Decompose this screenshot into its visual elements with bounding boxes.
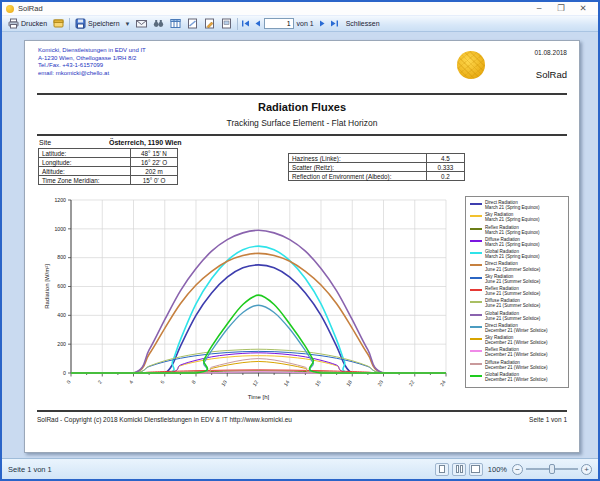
legend-color-line	[470, 375, 482, 377]
svg-text:16: 16	[314, 379, 322, 387]
svg-text:1000: 1000	[54, 226, 66, 232]
atmosphere-params-table: Haziness (Linke):4.5Scatter (Reitz):0.33…	[288, 153, 465, 181]
email-button[interactable]	[133, 17, 150, 30]
table-row: Haziness (Linke):4.5	[289, 154, 465, 163]
svg-text:0: 0	[63, 370, 66, 376]
preview-area[interactable]: Komicki, Dienstleistungen in EDV und ITA…	[2, 32, 598, 458]
table-row: Scatter (Reitz):0.333	[289, 163, 465, 172]
report-subtitle: Tracking Surface Element - Flat Horizon	[25, 118, 579, 128]
svg-text:24: 24	[439, 379, 447, 387]
page-width-view-icon[interactable]	[469, 463, 483, 476]
legend-item: Diffuse RadiationMarch 21 (Spring Equino…	[470, 237, 566, 247]
legend-label: Sky RadiationJune 21 (Summer Solstice)	[485, 274, 540, 284]
legend-item: Direct RadiationJune 21 (Summer Solstice…	[470, 261, 566, 271]
svg-text:22: 22	[407, 379, 415, 387]
legend-label: Global RadiationMarch 21 (Spring Equinox…	[485, 249, 540, 259]
legend-label: Diffuse RadiationMarch 21 (Spring Equino…	[485, 237, 540, 247]
zoom-percent-label: 100%	[488, 465, 507, 474]
legend-color-line	[470, 363, 482, 365]
status-bar: Seite 1 von 1 100% − +	[2, 458, 598, 479]
legend-color-line	[470, 264, 482, 266]
report-logo-block: 01.08.2018 SolRad	[457, 47, 567, 89]
email-icon	[136, 18, 147, 29]
page-number-input[interactable]	[264, 18, 294, 29]
columns-button[interactable]	[167, 17, 184, 30]
toolbar-separator	[237, 18, 238, 30]
svg-text:6: 6	[159, 379, 166, 385]
print-setup-button[interactable]	[50, 17, 67, 30]
legend-item: Direct RadiationDecember 21 (Winter Sols…	[470, 323, 566, 333]
radiation-chart: 0200400600800100012000246810121416182022…	[41, 190, 465, 404]
legend-color-line	[470, 350, 482, 352]
last-page-icon	[329, 18, 340, 29]
zoom-in-button[interactable]: +	[581, 464, 592, 475]
legend-item: Direct RadiationMarch 21 (Spring Equinox…	[470, 200, 566, 210]
search-button[interactable]	[150, 17, 167, 30]
maximize-button[interactable]: ❐	[550, 3, 572, 14]
svg-text:600: 600	[57, 283, 66, 289]
last-page-button[interactable]	[329, 18, 341, 30]
site-label: Site	[39, 139, 107, 146]
legend-item: Sky RadiationJune 21 (Summer Solstice)	[470, 274, 566, 284]
svg-text:200: 200	[57, 341, 66, 347]
svg-text:2: 2	[96, 379, 103, 385]
legend-color-line	[470, 252, 482, 254]
legend-label: Direct RadiationDecember 21 (Winter Sols…	[485, 323, 548, 333]
svg-text:10: 10	[220, 379, 228, 387]
chart-legend: Direct RadiationMarch 21 (Spring Equinox…	[465, 196, 569, 388]
legend-label: Global RadiationDecember 21 (Winter Sols…	[485, 372, 548, 382]
zoom-slider-thumb[interactable]	[549, 464, 555, 474]
legend-label: Reflex RadiationJune 21 (Summer Solstice…	[485, 286, 540, 296]
title-bar: SolRad – ❐ ✕	[2, 2, 598, 15]
company-address-line: A-1230 Wien, Othellogasse 1/RH 8/2	[38, 55, 146, 63]
table-row: Time Zone Meridian:15° 0' O	[39, 176, 178, 185]
close-preview-label: Schliessen	[346, 20, 380, 27]
footer-copyright: SolRad - Copyright (c) 2018 Komicki Dien…	[37, 416, 292, 423]
site-header: Site Österreich, 1190 Wien	[39, 139, 239, 146]
page-count-label: von 1	[297, 20, 314, 27]
legend-item: Reflex RadiationMarch 21 (Spring Equinox…	[470, 225, 566, 235]
save-dropdown-caret[interactable]: ▼	[123, 21, 133, 27]
site-table: Latitude:48° 15' NLongitude:16° 22' OAlt…	[38, 148, 178, 185]
next-page-button[interactable]	[317, 18, 329, 30]
close-window-button[interactable]: ✕	[572, 3, 594, 14]
table-row: Latitude:48° 15' N	[39, 149, 178, 158]
print-setup-icon	[53, 18, 64, 29]
legend-label: Reflex RadiationDecember 21 (Winter Sols…	[485, 347, 548, 357]
legend-color-line	[470, 326, 482, 328]
close-preview-button[interactable]: Schliessen	[341, 19, 385, 28]
printer-icon	[8, 18, 19, 29]
zoom-slider[interactable]	[526, 468, 578, 470]
next-page-icon	[317, 18, 328, 29]
svg-text:18: 18	[345, 379, 353, 387]
report-date: 01.08.2018	[534, 49, 567, 56]
thumbnails-icon	[221, 18, 232, 29]
legend-label: Diffuse RadiationDecember 21 (Winter Sol…	[485, 360, 548, 370]
save-icon	[75, 18, 86, 29]
svg-text:Radiation [W/m²]: Radiation [W/m²]	[44, 264, 50, 309]
svg-text:8: 8	[190, 379, 197, 385]
legend-color-line	[470, 277, 482, 279]
svg-text:Time [h]: Time [h]	[248, 394, 270, 400]
table-row: Reflection of Environment (Albedo):0.2	[289, 172, 465, 181]
prev-page-button[interactable]	[252, 18, 264, 30]
print-button[interactable]: Drucken	[5, 17, 50, 30]
thumbnails-button[interactable]	[218, 17, 235, 30]
svg-text:12: 12	[251, 379, 259, 387]
first-page-button[interactable]	[240, 18, 252, 30]
title-rule	[37, 134, 567, 136]
single-page-view-icon[interactable]	[435, 463, 449, 476]
zoom-out-button[interactable]: −	[512, 464, 523, 475]
binoculars-search-icon	[153, 18, 164, 29]
save-button[interactable]: Speichern	[72, 17, 123, 30]
watermark-button[interactable]	[184, 17, 201, 30]
legend-item: Global RadiationDecember 21 (Winter Sols…	[470, 372, 566, 382]
legend-item: Diffuse RadiationJune 21 (Summer Solstic…	[470, 298, 566, 308]
legend-label: Direct RadiationMarch 21 (Spring Equinox…	[485, 200, 540, 210]
legend-item: Diffuse RadiationDecember 21 (Winter Sol…	[470, 360, 566, 370]
two-page-view-icon[interactable]	[452, 463, 466, 476]
minimize-button[interactable]: –	[528, 3, 550, 14]
report-page: Komicki, Dienstleistungen in EDV und ITA…	[24, 40, 580, 453]
edit-page-button[interactable]	[201, 17, 218, 30]
legend-item: Reflex RadiationDecember 21 (Winter Sols…	[470, 347, 566, 357]
